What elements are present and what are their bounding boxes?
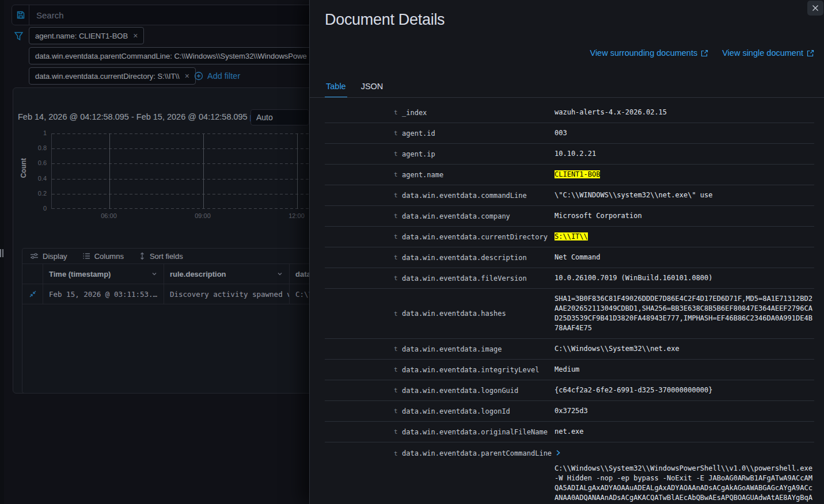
field-value: {c64cf2a2-6fe2-6991-d325-370000000000} [555, 380, 812, 400]
add-filter-button[interactable]: Add filter [194, 67, 240, 85]
header-control-column [22, 264, 43, 284]
x-tick: 06:00 [96, 212, 121, 219]
field-row-image: t data.win.eventdata.image C:\\Windows\\… [325, 339, 814, 360]
filter-pill-parent-commandline[interactable]: data.win.eventdata.parentCommandLine: C:… [29, 47, 351, 64]
filter-funnel-icon[interactable] [14, 32, 23, 41]
field-row-logon-guid: t data.win.eventdata.logonGuid {c64cf2a2… [325, 380, 814, 401]
field-name: data.win.eventdata.logonId [402, 407, 510, 415]
close-icon [812, 5, 819, 12]
field-actions[interactable] [325, 165, 394, 185]
string-type-icon: t [394, 171, 398, 178]
field-value: 0x3725d3 [555, 401, 812, 421]
field-row-description: t data.win.eventdata.description Net Com… [325, 247, 814, 268]
header-time-column[interactable]: Time (timestamp) [43, 264, 164, 284]
field-name: data.win.eventdata.company [402, 212, 510, 220]
field-value: Microsoft Corporation [555, 206, 812, 226]
interval-select[interactable]: Auto [250, 109, 309, 125]
sort-fields-button[interactable]: Sort fields [139, 252, 183, 261]
field-actions[interactable] [325, 247, 394, 268]
panel-resize-handle[interactable] [0, 249, 3, 257]
tab-json[interactable]: JSON [360, 82, 385, 98]
field-actions[interactable] [325, 206, 394, 226]
field-row-parent-commandline: t data.win.eventdata.parentCommandLine C… [325, 442, 814, 504]
field-actions[interactable] [325, 339, 394, 359]
field-actions[interactable] [325, 380, 394, 400]
display-label: Display [43, 252, 67, 261]
remove-filter-icon[interactable]: × [133, 32, 138, 40]
filter-pill-label: data.win.eventdata.parentCommandLine: C:… [35, 52, 307, 60]
filter-pill-label: data.win.eventdata.currentDirectory: S:\… [35, 72, 180, 81]
tab-table[interactable]: Table [325, 82, 347, 98]
string-type-icon: t [394, 254, 398, 261]
field-name: data.win.eventdata.fileVersion [402, 274, 527, 282]
display-options-icon [30, 252, 39, 260]
chevron-down-icon[interactable] [151, 270, 158, 277]
document-details-flyout: Document Details View surrounding docume… [309, 0, 824, 504]
field-row-integrity-level: t data.win.eventdata.integrityLevel Medi… [325, 360, 814, 380]
collapse-value-chevron-icon[interactable] [555, 448, 812, 464]
x-tick: 09:00 [190, 212, 215, 219]
field-actions[interactable] [325, 144, 394, 164]
filter-pill-label: agent.name: CLIENT1-BOB [35, 32, 128, 40]
field-value: CLIENT1-BOB [555, 165, 812, 185]
list-icon [82, 252, 90, 260]
filter-pill-current-directory[interactable]: data.win.eventdata.currentDirectory: S:\… [29, 67, 196, 85]
field-actions[interactable] [325, 102, 394, 123]
highlighted-value: CLIENT1-BOB [555, 170, 600, 178]
field-actions[interactable] [325, 442, 394, 504]
save-query-button[interactable] [12, 5, 29, 25]
columns-button[interactable]: Columns [82, 252, 124, 261]
field-actions[interactable] [325, 268, 394, 288]
external-link-icon [701, 49, 708, 57]
y-tick: 1 [29, 129, 47, 136]
field-value: Medium [555, 360, 812, 380]
field-actions[interactable] [325, 123, 394, 143]
field-actions[interactable] [325, 422, 394, 442]
field-name: data.win.eventdata.logonGuid [402, 387, 518, 395]
close-flyout-button[interactable] [807, 1, 823, 16]
field-name: agent.name [402, 171, 443, 179]
field-actions[interactable] [325, 289, 394, 338]
field-value: 003 [555, 123, 812, 143]
y-tick: 0.8 [29, 144, 47, 151]
field-actions[interactable] [325, 401, 394, 421]
flyout-title: Document Details [325, 11, 445, 29]
string-type-icon: t [394, 129, 398, 137]
field-row-index: t _index wazuh-alerts-4.x-2026.02.15 [325, 102, 814, 123]
header-rule-column[interactable]: rule.description [164, 264, 290, 284]
string-type-icon: t [394, 233, 398, 240]
string-type-icon: t [394, 450, 398, 457]
add-filter-label: Add filter [207, 71, 240, 81]
remove-filter-icon[interactable]: × [185, 72, 189, 80]
string-type-icon: t [394, 387, 398, 394]
string-type-icon: t [394, 310, 398, 318]
external-link-icon [807, 49, 814, 57]
flyout-tabs: Table JSON [325, 82, 384, 98]
string-type-icon: t [394, 274, 398, 282]
field-value: S:\\IT\\ [555, 227, 812, 247]
field-value: 10.0.26100.7019 (WinBuild.160101.0800) [555, 268, 812, 288]
y-axis-label: Count [20, 153, 28, 183]
y-tick: 0.6 [29, 159, 47, 166]
field-row-company: t data.win.eventdata.company Microsoft C… [325, 206, 814, 227]
view-surrounding-documents-link[interactable]: View surrounding documents [590, 48, 708, 58]
cell-time: Feb 15, 2026 @ 03:11:53.… [43, 284, 164, 304]
field-name: data.win.eventdata.parentCommandLine [402, 449, 552, 457]
string-type-icon: t [394, 212, 398, 220]
chevron-down-icon[interactable] [276, 270, 283, 277]
y-tick: 0.4 [29, 175, 47, 182]
field-name: data.win.eventdata.originalFileName [402, 428, 548, 436]
x-tick: 12:00 [284, 212, 309, 219]
field-actions[interactable] [325, 185, 394, 205]
field-value: C:\\Windows\\System32\\net.exe [555, 339, 812, 359]
sort-icon [139, 252, 146, 260]
string-type-icon: t [394, 192, 398, 199]
expand-row-icon[interactable] [29, 290, 37, 298]
view-single-document-link[interactable]: View single document [722, 48, 814, 58]
field-actions[interactable] [325, 227, 394, 247]
display-button[interactable]: Display [30, 252, 67, 261]
string-type-icon: t [394, 407, 398, 415]
field-actions[interactable] [325, 360, 394, 380]
filter-pill-agent-name[interactable]: agent.name: CLIENT1-BOB × [29, 27, 144, 44]
field-value: SHA1=3B0F836C81F49026DDDE7D86E4C2F4D17ED… [555, 289, 812, 338]
